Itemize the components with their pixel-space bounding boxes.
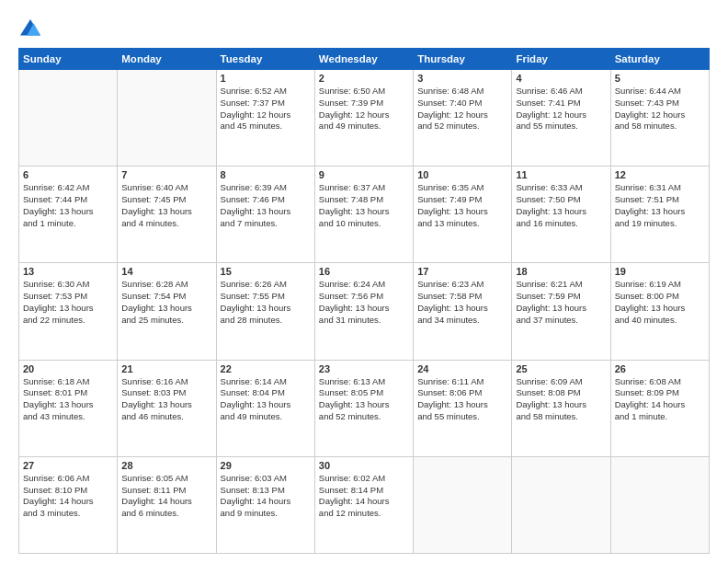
- cell-content: Sunrise: 6:19 AM Sunset: 8:00 PM Dayligh…: [615, 279, 705, 326]
- day-number: 29: [221, 460, 311, 471]
- cell-content: Sunrise: 6:37 AM Sunset: 7:48 PM Dayligh…: [319, 182, 409, 229]
- calendar-cell: [19, 70, 118, 167]
- calendar-cell: [118, 70, 216, 167]
- day-number: 12: [615, 169, 705, 180]
- day-number: 17: [417, 266, 507, 277]
- cell-content: Sunrise: 6:35 AM Sunset: 7:49 PM Dayligh…: [417, 182, 507, 229]
- calendar-week-row: 27Sunrise: 6:06 AM Sunset: 8:10 PM Dayli…: [19, 456, 710, 553]
- day-number: 15: [221, 266, 311, 277]
- calendar-cell: 23Sunrise: 6:13 AM Sunset: 8:05 PM Dayli…: [314, 360, 413, 456]
- logo: [18, 17, 40, 40]
- calendar-cell: 22Sunrise: 6:14 AM Sunset: 8:04 PM Dayli…: [216, 360, 314, 456]
- cell-content: Sunrise: 6:23 AM Sunset: 7:58 PM Dayligh…: [417, 279, 507, 326]
- day-number: 8: [221, 169, 311, 180]
- calendar-cell: 5Sunrise: 6:44 AM Sunset: 7:43 PM Daylig…: [610, 70, 709, 167]
- day-number: 27: [23, 460, 113, 471]
- calendar-week-row: 13Sunrise: 6:30 AM Sunset: 7:53 PM Dayli…: [19, 263, 710, 360]
- calendar-cell: 3Sunrise: 6:48 AM Sunset: 7:40 PM Daylig…: [414, 70, 512, 167]
- day-number: 10: [417, 169, 507, 180]
- calendar-week-row: 20Sunrise: 6:18 AM Sunset: 8:01 PM Dayli…: [19, 360, 710, 456]
- day-number: 24: [417, 363, 507, 374]
- logo-icon: [20, 17, 40, 37]
- day-number: 7: [121, 169, 211, 180]
- cell-content: Sunrise: 6:11 AM Sunset: 8:06 PM Dayligh…: [417, 376, 507, 423]
- cell-content: Sunrise: 6:44 AM Sunset: 7:43 PM Dayligh…: [615, 86, 705, 132]
- cell-content: Sunrise: 6:46 AM Sunset: 7:41 PM Dayligh…: [516, 86, 606, 132]
- cell-content: Sunrise: 6:42 AM Sunset: 7:44 PM Dayligh…: [23, 182, 113, 229]
- day-number: 11: [516, 169, 606, 180]
- calendar-cell: 18Sunrise: 6:21 AM Sunset: 7:59 PM Dayli…: [512, 263, 610, 360]
- cell-content: Sunrise: 6:13 AM Sunset: 8:05 PM Dayligh…: [319, 376, 409, 423]
- calendar-cell: 4Sunrise: 6:46 AM Sunset: 7:41 PM Daylig…: [512, 70, 610, 167]
- calendar-cell: 6Sunrise: 6:42 AM Sunset: 7:44 PM Daylig…: [19, 167, 118, 263]
- calendar-cell: 17Sunrise: 6:23 AM Sunset: 7:58 PM Dayli…: [414, 263, 512, 360]
- cell-content: Sunrise: 6:16 AM Sunset: 8:03 PM Dayligh…: [121, 376, 211, 423]
- calendar-cell: 25Sunrise: 6:09 AM Sunset: 8:08 PM Dayli…: [512, 360, 610, 456]
- cell-content: Sunrise: 6:14 AM Sunset: 8:04 PM Dayligh…: [221, 376, 311, 423]
- day-number: 20: [23, 363, 113, 374]
- calendar-header-row: SundayMondayTuesdayWednesdayThursdayFrid…: [19, 49, 710, 70]
- day-of-week-header: Wednesday: [314, 49, 413, 70]
- cell-content: Sunrise: 6:26 AM Sunset: 7:55 PM Dayligh…: [221, 279, 311, 326]
- calendar-cell: 28Sunrise: 6:05 AM Sunset: 8:11 PM Dayli…: [118, 456, 216, 553]
- calendar-cell: 19Sunrise: 6:19 AM Sunset: 8:00 PM Dayli…: [610, 263, 709, 360]
- cell-content: Sunrise: 6:50 AM Sunset: 7:39 PM Dayligh…: [319, 86, 409, 132]
- day-number: 5: [615, 73, 705, 84]
- calendar-week-row: 1Sunrise: 6:52 AM Sunset: 7:37 PM Daylig…: [19, 70, 710, 167]
- day-number: 18: [516, 266, 606, 277]
- day-of-week-header: Sunday: [19, 49, 118, 70]
- cell-content: Sunrise: 6:28 AM Sunset: 7:54 PM Dayligh…: [121, 279, 211, 326]
- day-number: 21: [121, 363, 211, 374]
- calendar-table: SundayMondayTuesdayWednesdayThursdayFrid…: [18, 48, 710, 554]
- day-number: 23: [319, 363, 409, 374]
- calendar-cell: 10Sunrise: 6:35 AM Sunset: 7:49 PM Dayli…: [414, 167, 512, 263]
- cell-content: Sunrise: 6:40 AM Sunset: 7:45 PM Dayligh…: [121, 182, 211, 229]
- calendar-cell: 12Sunrise: 6:31 AM Sunset: 7:51 PM Dayli…: [610, 167, 709, 263]
- calendar-cell: [414, 456, 512, 553]
- day-of-week-header: Monday: [118, 49, 216, 70]
- calendar-cell: 1Sunrise: 6:52 AM Sunset: 7:37 PM Daylig…: [216, 70, 314, 167]
- day-number: 26: [615, 363, 705, 374]
- calendar-cell: 15Sunrise: 6:26 AM Sunset: 7:55 PM Dayli…: [216, 263, 314, 360]
- calendar-cell: 21Sunrise: 6:16 AM Sunset: 8:03 PM Dayli…: [118, 360, 216, 456]
- day-number: 25: [516, 363, 606, 374]
- calendar-week-row: 6Sunrise: 6:42 AM Sunset: 7:44 PM Daylig…: [19, 167, 710, 263]
- cell-content: Sunrise: 6:18 AM Sunset: 8:01 PM Dayligh…: [23, 376, 113, 423]
- cell-content: Sunrise: 6:48 AM Sunset: 7:40 PM Dayligh…: [417, 86, 507, 132]
- day-number: 30: [319, 460, 409, 471]
- cell-content: Sunrise: 6:02 AM Sunset: 8:14 PM Dayligh…: [319, 473, 409, 520]
- cell-content: Sunrise: 6:24 AM Sunset: 7:56 PM Dayligh…: [319, 279, 409, 326]
- day-number: 9: [319, 169, 409, 180]
- day-number: 19: [615, 266, 705, 277]
- day-number: 13: [23, 266, 113, 277]
- cell-content: Sunrise: 6:05 AM Sunset: 8:11 PM Dayligh…: [121, 473, 211, 520]
- cell-content: Sunrise: 6:30 AM Sunset: 7:53 PM Dayligh…: [23, 279, 113, 326]
- cell-content: Sunrise: 6:21 AM Sunset: 7:59 PM Dayligh…: [516, 279, 606, 326]
- calendar-cell: 30Sunrise: 6:02 AM Sunset: 8:14 PM Dayli…: [314, 456, 413, 553]
- calendar-cell: 2Sunrise: 6:50 AM Sunset: 7:39 PM Daylig…: [314, 70, 413, 167]
- day-number: 3: [417, 73, 507, 84]
- cell-content: Sunrise: 6:52 AM Sunset: 7:37 PM Dayligh…: [221, 86, 311, 132]
- calendar-cell: 16Sunrise: 6:24 AM Sunset: 7:56 PM Dayli…: [314, 263, 413, 360]
- cell-content: Sunrise: 6:31 AM Sunset: 7:51 PM Dayligh…: [615, 182, 705, 229]
- calendar-cell: 26Sunrise: 6:08 AM Sunset: 8:09 PM Dayli…: [610, 360, 709, 456]
- page: SundayMondayTuesdayWednesdayThursdayFrid…: [0, 0, 728, 563]
- day-number: 28: [121, 460, 211, 471]
- day-of-week-header: Saturday: [610, 49, 709, 70]
- calendar-cell: 13Sunrise: 6:30 AM Sunset: 7:53 PM Dayli…: [19, 263, 118, 360]
- cell-content: Sunrise: 6:33 AM Sunset: 7:50 PM Dayligh…: [516, 182, 606, 229]
- cell-content: Sunrise: 6:03 AM Sunset: 8:13 PM Dayligh…: [221, 473, 311, 520]
- calendar-cell: 24Sunrise: 6:11 AM Sunset: 8:06 PM Dayli…: [414, 360, 512, 456]
- cell-content: Sunrise: 6:06 AM Sunset: 8:10 PM Dayligh…: [23, 473, 113, 520]
- calendar-cell: 7Sunrise: 6:40 AM Sunset: 7:45 PM Daylig…: [118, 167, 216, 263]
- day-number: 16: [319, 266, 409, 277]
- calendar-cell: 20Sunrise: 6:18 AM Sunset: 8:01 PM Dayli…: [19, 360, 118, 456]
- calendar-cell: 27Sunrise: 6:06 AM Sunset: 8:10 PM Dayli…: [19, 456, 118, 553]
- cell-content: Sunrise: 6:39 AM Sunset: 7:46 PM Dayligh…: [221, 182, 311, 229]
- day-of-week-header: Tuesday: [216, 49, 314, 70]
- day-number: 22: [221, 363, 311, 374]
- calendar-cell: 8Sunrise: 6:39 AM Sunset: 7:46 PM Daylig…: [216, 167, 314, 263]
- day-of-week-header: Thursday: [414, 49, 512, 70]
- cell-content: Sunrise: 6:09 AM Sunset: 8:08 PM Dayligh…: [516, 376, 606, 423]
- day-number: 1: [221, 73, 311, 84]
